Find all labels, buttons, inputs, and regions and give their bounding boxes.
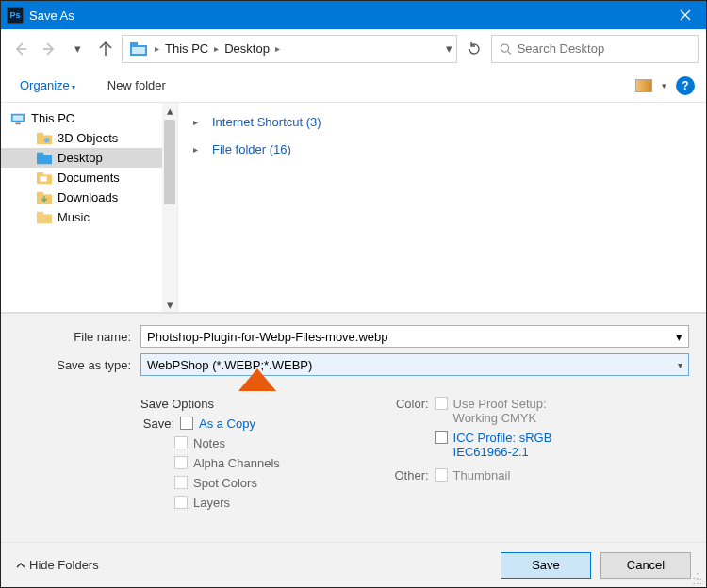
resize-grip-icon[interactable]: .:.:: <box>693 573 703 584</box>
svg-point-8 <box>501 44 508 52</box>
notes-label: Notes <box>193 436 225 450</box>
proof-line1: Use Proof Setup: <box>453 397 547 411</box>
up-button[interactable] <box>93 37 118 61</box>
spot-checkbox[interactable] <box>174 476 188 489</box>
icc-line1[interactable]: ICC Profile: sRGB <box>453 431 552 445</box>
tree-label: Music <box>58 210 90 224</box>
proof-line2: Working CMYK <box>453 411 547 425</box>
icc-checkbox[interactable] <box>435 431 448 444</box>
tree-downloads[interactable]: Downloads <box>1 188 162 207</box>
tree-label: This PC <box>31 111 74 125</box>
tree-label: Desktop <box>58 151 103 165</box>
help-button[interactable]: ? <box>676 76 695 95</box>
app-icon: Ps <box>7 7 24 24</box>
cancel-button[interactable]: Cancel <box>600 552 691 579</box>
forward-button[interactable] <box>37 37 61 61</box>
search-box[interactable] <box>491 35 699 63</box>
group-internet-shortcut[interactable]: ▸ Internet Shortcut (3) <box>193 112 691 132</box>
monitor-icon <box>10 112 25 125</box>
breadcrumb-bar[interactable]: ▸ This PC ▸ Desktop ▸ ▾ <box>122 35 457 63</box>
crumb-desktop[interactable]: Desktop <box>222 41 271 56</box>
folder-icon <box>37 132 52 145</box>
tree-label: Downloads <box>58 190 118 204</box>
saveastype-label: Save as type: <box>18 358 140 372</box>
hide-folders-button[interactable]: Hide Folders <box>16 558 99 572</box>
arrow-right-icon <box>41 41 58 57</box>
arrow-left-icon <box>12 41 29 57</box>
folder-icon <box>37 211 52 224</box>
new-folder-button[interactable]: New folder <box>100 74 173 96</box>
filename-label: File name: <box>18 330 140 344</box>
scroll-up-icon[interactable]: ▴ <box>162 103 177 118</box>
toolbar: Organize▾ New folder ▾ ? <box>1 69 706 103</box>
svg-rect-6 <box>130 42 138 47</box>
folder-icon <box>37 172 52 185</box>
recent-dropdown[interactable]: ▾ <box>65 37 90 61</box>
content-pane: ▸ Internet Shortcut (3) ▸ File folder (1… <box>178 103 706 312</box>
notes-checkbox[interactable] <box>174 436 188 449</box>
tree-label: Documents <box>58 171 120 185</box>
nav-row: ▾ ▸ This PC ▸ Desktop ▸ ▾ <box>1 29 706 69</box>
filename-value: Photshop-Plugin-for-Webp-Files-move.webp <box>147 330 388 344</box>
thumbnail-checkbox[interactable] <box>435 468 448 482</box>
tree-3d-objects[interactable]: 3D Objects <box>1 128 162 148</box>
nav-tree: This PC 3D Objects Desktop Documents Dow <box>1 103 178 312</box>
tree-label: 3D Objects <box>58 131 118 145</box>
organize-label: Organize <box>20 78 70 92</box>
save-options-heading: Save Options <box>140 397 387 411</box>
svg-rect-24 <box>37 211 43 215</box>
close-button[interactable] <box>665 1 706 29</box>
group-label: Internet Shortcut (3) <box>212 115 321 129</box>
asacopy-checkbox[interactable] <box>180 416 193 430</box>
color-label: Color: <box>387 397 429 411</box>
group-file-folder[interactable]: ▸ File folder (16) <box>193 139 691 159</box>
view-options-icon[interactable] <box>635 79 652 92</box>
icc-line2[interactable]: IEC61966-2.1 <box>453 445 552 459</box>
svg-rect-20 <box>41 176 47 181</box>
chevron-down-icon[interactable]: ▾ <box>678 360 682 370</box>
chevron-right-icon: ▸ <box>271 43 284 54</box>
crumb-this-pc[interactable]: This PC <box>163 41 210 56</box>
chevron-right-icon: ▸ <box>151 43 163 54</box>
organize-menu[interactable]: Organize▾ <box>12 74 83 96</box>
footer: Hide Folders Save Cancel <box>1 542 706 587</box>
chevron-right-icon: ▸ <box>193 117 205 127</box>
save-button[interactable]: Save <box>501 552 591 579</box>
refresh-button[interactable] <box>461 36 487 62</box>
tree-desktop[interactable]: Desktop <box>1 148 162 168</box>
spot-label: Spot Colors <box>193 476 257 490</box>
chevron-down-icon[interactable]: ▾ <box>676 330 682 344</box>
chevron-up-icon <box>16 561 25 570</box>
svg-rect-17 <box>37 152 43 155</box>
filename-input[interactable]: Photshop-Plugin-for-Webp-Files-move.webp… <box>140 325 689 348</box>
folder-icon <box>37 152 52 165</box>
svg-rect-14 <box>37 132 43 136</box>
search-input[interactable] <box>518 41 690 56</box>
chevron-down-icon: ▾ <box>72 83 75 91</box>
layers-checkbox[interactable] <box>174 496 188 509</box>
svg-rect-19 <box>37 172 43 175</box>
svg-line-9 <box>508 51 511 54</box>
other-label: Other: <box>387 468 429 482</box>
titlebar: Ps Save As <box>1 1 706 29</box>
saveastype-combo[interactable]: WebPShop (*.WEBP;*.WEBP)▾ <box>140 353 689 376</box>
alpha-checkbox[interactable] <box>174 456 188 469</box>
tree-this-pc[interactable]: This PC <box>1 108 162 128</box>
chevron-down-icon[interactable]: ▾ <box>446 41 452 56</box>
save-label: Save: <box>140 416 174 431</box>
chevron-right-icon: ▸ <box>210 43 222 54</box>
scroll-down-icon[interactable]: ▾ <box>162 297 177 312</box>
proof-checkbox[interactable] <box>435 397 448 410</box>
group-label: File folder (16) <box>212 142 291 156</box>
svg-point-15 <box>44 138 49 142</box>
view-dropdown[interactable]: ▾ <box>662 81 666 90</box>
tree-music[interactable]: Music <box>1 207 162 227</box>
asacopy-label[interactable]: As a Copy <box>199 416 255 431</box>
arrow-up-icon <box>97 41 114 57</box>
window-title: Save As <box>29 8 74 23</box>
tree-scrollbar[interactable]: ▴ ▾ <box>162 103 177 312</box>
back-button[interactable] <box>8 37 33 61</box>
callout-arrow-icon <box>238 368 276 391</box>
tree-documents[interactable]: Documents <box>1 168 162 188</box>
scroll-thumb[interactable] <box>164 120 175 204</box>
